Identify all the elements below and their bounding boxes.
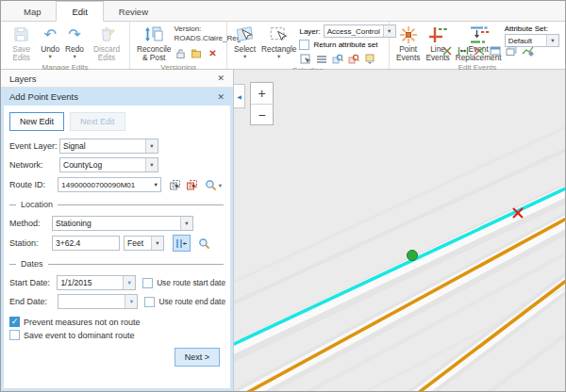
save-dominant-checkbox[interactable]: ✓ (9, 330, 20, 340)
reconcile-icon (143, 24, 164, 45)
zoom-in-button[interactable]: + (251, 83, 273, 104)
end-date-label: End Date: (9, 297, 58, 306)
choose-route-button[interactable] (166, 176, 183, 193)
tab-edit[interactable]: Edit (56, 1, 103, 22)
start-date-dropdown-button[interactable]: ▾ (123, 276, 135, 289)
rectangle-select-icon (268, 24, 290, 45)
select-tool-button[interactable]: Select ▾ (231, 24, 258, 58)
use-route-end-checkbox[interactable]: ✓ (144, 297, 155, 307)
map-zoom-control: + − (250, 82, 274, 125)
delete-version-icon[interactable]: ✕ (206, 47, 219, 59)
layers-close-icon[interactable]: ✕ (217, 74, 225, 83)
undo-button[interactable]: ↶ Undo ▾ (38, 24, 62, 58)
layers-pane-title: Layers (9, 74, 37, 84)
attribute-table-icon[interactable] (315, 53, 328, 65)
end-date-dropdown-button[interactable]: ▾ (125, 295, 137, 308)
map-view[interactable]: ◀ + − (234, 70, 565, 391)
event-point-marker (408, 251, 418, 261)
attribute-set-dropdown-button[interactable]: ▾ (546, 35, 558, 46)
zoom-out-button[interactable]: − (251, 104, 273, 124)
return-attribute-checkbox[interactable]: ✓ (299, 40, 309, 50)
event-layer-combobox[interactable]: Signal ▾ (59, 139, 158, 154)
ribbon: Save Edits ↶ Undo ▾ ↷ Redo ▾ Discard Edi… (1, 22, 565, 70)
discard-edits-button[interactable]: Discard Edits (87, 24, 126, 62)
point-events-button[interactable]: Point Events (393, 24, 423, 62)
line-events-button[interactable]: Line Events (423, 24, 452, 62)
split-event-icon[interactable] (457, 44, 470, 57)
redo-button[interactable]: ↷ Redo ▾ (62, 24, 87, 58)
tab-review[interactable]: Review (104, 1, 163, 22)
method-dropdown-button[interactable]: ▾ (180, 217, 192, 230)
station-label: Station: (9, 238, 52, 248)
new-edit-button[interactable]: New Edit (9, 112, 64, 131)
undo-icon: ↶ (43, 24, 56, 45)
add-point-events-close-icon[interactable]: ✕ (217, 92, 225, 102)
delete-event-icon[interactable] (441, 44, 454, 57)
dates-section-heading: Dates (9, 259, 225, 269)
trash-icon (98, 24, 115, 45)
method-label: Method: (9, 219, 52, 228)
event-options-icon[interactable] (521, 44, 534, 57)
app-window: Map Edit Review Save Edits ↶ Undo ▾ (0, 0, 566, 392)
group-manage-edits: Save Edits ↶ Undo ▾ ↷ Redo ▾ Discard Edi… (1, 22, 130, 69)
event-layer-dropdown-button[interactable]: ▾ (145, 139, 158, 153)
network-label: Network: (9, 160, 59, 170)
end-date-input[interactable]: ▾ (58, 294, 138, 309)
redo-dropdown-caret[interactable]: ▾ (73, 54, 75, 58)
selection-options-icon[interactable] (363, 53, 376, 65)
station-input[interactable]: 3+62.4 (52, 236, 120, 251)
zoom-to-selection-icon[interactable] (331, 53, 344, 65)
pan-to-selection-icon[interactable] (347, 53, 360, 65)
add-point-events-header: Add Point Events ✕ (4, 88, 230, 106)
event-replacement-icon (467, 24, 491, 45)
select-station-on-map-button[interactable] (173, 235, 191, 252)
next-edit-button[interactable]: Next Edit (70, 112, 125, 131)
choose-route-on-map-button[interactable] (183, 176, 200, 193)
event-layer-label: Event Layer: (9, 141, 59, 151)
layer-label: Layer: (299, 27, 320, 36)
network-dropdown-button[interactable]: ▾ (145, 158, 158, 172)
start-date-input[interactable]: 1/1/2015 ▾ (57, 275, 136, 290)
zoom-to-route-icon (205, 179, 217, 191)
method-combobox[interactable]: Stationing ▾ (52, 216, 193, 231)
route-id-caret[interactable]: ▾ (152, 181, 160, 188)
location-section-heading: Location (9, 200, 225, 209)
event-attribute-window-icon[interactable] (489, 44, 502, 57)
use-route-start-checkbox[interactable]: ✓ (142, 278, 153, 288)
ribbon-tab-bar: Map Edit Review (1, 1, 565, 22)
use-route-end-label: Use route end date (158, 297, 225, 306)
panel-collapse-button[interactable]: ◀ (234, 84, 245, 108)
network-combobox[interactable]: CountyLog ▾ (59, 157, 158, 172)
next-button[interactable]: Next > (175, 348, 220, 367)
edit-events-toolbar (441, 44, 537, 57)
rectangle-dropdown-caret[interactable]: ▾ (277, 54, 280, 58)
route-id-input[interactable]: 14900000700090M01 ▾ (58, 177, 161, 192)
zoom-to-route-button[interactable]: ▾ (201, 176, 225, 193)
zoom-to-station-button[interactable] (195, 235, 213, 252)
add-point-events-title: Add Point Events (9, 91, 78, 102)
new-version-icon[interactable] (190, 47, 203, 59)
attribute-set-label: Attribute Set: (505, 24, 559, 33)
station-units-dropdown-button[interactable]: ▾ (151, 237, 163, 250)
select-dropdown-caret[interactable]: ▾ (243, 54, 246, 58)
cascade-windows-icon[interactable] (505, 44, 518, 57)
version-lock-icon[interactable] (174, 47, 187, 59)
station-units-combobox[interactable]: Feet ▾ (124, 236, 164, 251)
rectangle-tool-button[interactable]: Rectangle ▾ (258, 24, 299, 58)
left-panel: Layers ✕ Add Point Events ✕ New Edit Nex… (1, 70, 234, 391)
prevent-measures-checkbox[interactable]: ✓ (9, 317, 20, 327)
tab-map[interactable]: Map (8, 1, 56, 22)
redo-icon: ↷ (68, 24, 80, 45)
prevent-measures-label: Prevent measures not on route (24, 318, 141, 327)
route-id-label: Route ID: (9, 180, 58, 189)
undo-dropdown-caret[interactable]: ▾ (49, 54, 52, 58)
merge-event-icon[interactable] (473, 44, 486, 57)
reconcile-post-button[interactable]: Reconcile & Post (134, 24, 174, 62)
layers-pane-header: Layers ✕ (1, 70, 233, 88)
start-date-label: Start Date: (9, 278, 57, 287)
save-edits-button[interactable]: Save Edits (5, 24, 38, 62)
event-replacement-button[interactable]: Event Replacement (453, 24, 505, 62)
choose-route-on-map-icon (186, 179, 198, 191)
layer-combobox[interactable]: Access_Control ▾ (324, 24, 396, 38)
select-features-icon[interactable] (299, 53, 312, 65)
